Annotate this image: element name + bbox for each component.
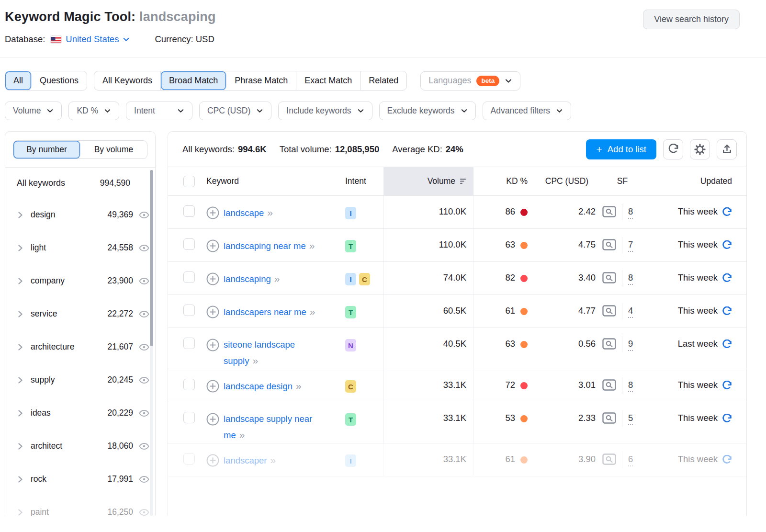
expand-keyword-icon[interactable]: » — [239, 429, 245, 440]
eye-icon[interactable] — [139, 376, 149, 384]
expand-keyword-icon[interactable]: » — [270, 454, 276, 465]
row-checkbox[interactable] — [183, 453, 195, 464]
sf-value[interactable]: 8 — [628, 272, 633, 285]
serp-icon[interactable] — [602, 453, 616, 465]
keyword-group-item[interactable]: company 23,900 — [5, 264, 155, 297]
add-keyword-icon[interactable] — [206, 454, 219, 467]
column-header-cpc[interactable]: CPC (USD) — [533, 167, 600, 195]
eye-icon[interactable] — [139, 310, 149, 318]
keyword-link[interactable]: siteone landscape supply — [224, 340, 295, 366]
add-to-list-button[interactable]: +Add to list — [586, 139, 656, 159]
keyword-group-item[interactable]: supply 20,245 — [5, 363, 155, 396]
row-checkbox[interactable] — [183, 412, 195, 423]
chevron-right-icon[interactable] — [18, 245, 23, 251]
keyword-link[interactable]: landscaping — [224, 274, 271, 284]
refresh-button[interactable] — [663, 139, 683, 159]
sf-value[interactable]: 4 — [628, 305, 633, 318]
database-selector[interactable]: United States — [66, 34, 130, 45]
add-keyword-icon[interactable] — [206, 339, 219, 351]
sort-by-number-button[interactable]: By number — [13, 141, 80, 158]
add-keyword-icon[interactable] — [206, 413, 219, 426]
row-checkbox[interactable] — [183, 305, 195, 316]
column-header-updated[interactable]: Updated — [644, 167, 746, 195]
keyword-link[interactable]: landscape — [224, 208, 264, 218]
sf-value[interactable]: 7 — [628, 239, 633, 252]
refresh-icon[interactable] — [722, 381, 732, 391]
sf-value[interactable]: 5 — [628, 412, 633, 425]
eye-icon[interactable] — [139, 211, 149, 219]
eye-icon[interactable] — [139, 244, 149, 252]
scrollbar-thumb[interactable] — [150, 170, 153, 346]
serp-icon[interactable] — [602, 272, 616, 283]
chevron-right-icon[interactable] — [18, 212, 23, 218]
eye-icon[interactable] — [139, 409, 149, 417]
refresh-icon[interactable] — [722, 340, 732, 350]
chevron-right-icon[interactable] — [18, 443, 23, 450]
add-keyword-icon[interactable] — [206, 306, 219, 318]
sort-by-volume-button[interactable]: By volume — [80, 141, 147, 158]
row-checkbox[interactable] — [183, 238, 195, 250]
add-keyword-icon[interactable] — [206, 272, 219, 285]
keyword-link[interactable]: landscaper — [224, 455, 267, 465]
add-keyword-icon[interactable] — [206, 380, 219, 393]
filter-exclude-keywords[interactable]: Exclude keywords — [379, 102, 476, 120]
row-checkbox[interactable] — [183, 205, 195, 217]
sf-value[interactable]: 9 — [628, 338, 633, 351]
tab-related[interactable]: Related — [360, 71, 406, 90]
keyword-group-item[interactable]: ideas 20,229 — [5, 396, 155, 430]
column-header-intent[interactable]: Intent — [345, 167, 383, 195]
expand-keyword-icon[interactable]: » — [296, 380, 301, 391]
chevron-right-icon[interactable] — [18, 278, 23, 284]
refresh-icon[interactable] — [722, 240, 732, 250]
all-keywords-row[interactable]: All keywords 994,590 — [5, 168, 155, 198]
serp-icon[interactable] — [602, 206, 616, 217]
eye-icon[interactable] — [139, 509, 149, 516]
serp-icon[interactable] — [602, 239, 616, 250]
filter-cpc[interactable]: CPC (USD) — [199, 102, 271, 120]
select-all-checkbox[interactable] — [183, 176, 195, 187]
tab-questions[interactable]: Questions — [32, 71, 87, 90]
chevron-right-icon[interactable] — [18, 509, 23, 516]
sf-value[interactable]: 8 — [628, 379, 633, 392]
serp-icon[interactable] — [602, 338, 616, 350]
tab-exact-match[interactable]: Exact Match — [296, 71, 360, 90]
sf-value[interactable]: 6 — [628, 453, 633, 466]
filter-intent[interactable]: Intent — [126, 102, 192, 120]
expand-keyword-icon[interactable]: » — [274, 273, 280, 284]
row-checkbox[interactable] — [183, 338, 195, 349]
view-search-history-button[interactable]: View search history — [643, 10, 740, 29]
eye-icon[interactable] — [139, 442, 149, 450]
keyword-group-item[interactable]: architect 18,060 — [5, 430, 155, 463]
sf-value[interactable]: 8 — [628, 206, 633, 219]
filter-volume[interactable]: Volume — [5, 102, 62, 120]
refresh-icon[interactable] — [722, 455, 732, 465]
chevron-right-icon[interactable] — [18, 410, 23, 417]
add-keyword-icon[interactable] — [206, 239, 219, 252]
keyword-group-item[interactable]: architecture 21,607 — [5, 330, 155, 363]
refresh-icon[interactable] — [722, 306, 732, 317]
eye-icon[interactable] — [139, 475, 149, 483]
chevron-right-icon[interactable] — [18, 377, 23, 384]
refresh-icon[interactable] — [722, 414, 732, 424]
export-button[interactable] — [717, 139, 737, 159]
keyword-group-item[interactable]: light 24,558 — [5, 231, 155, 264]
tab-all[interactable]: All — [5, 71, 32, 90]
chevron-right-icon[interactable] — [18, 476, 23, 483]
column-header-volume[interactable]: Volume — [383, 167, 473, 195]
expand-keyword-icon[interactable]: » — [252, 355, 258, 366]
serp-icon[interactable] — [602, 305, 616, 317]
keyword-link[interactable]: landscape supply near me — [224, 414, 312, 440]
column-header-keyword[interactable]: Keyword — [206, 167, 345, 195]
sidebar-scrollbar[interactable] — [150, 170, 153, 516]
keyword-link[interactable]: landscape design — [224, 381, 293, 391]
keyword-group-item[interactable]: service 22,272 — [5, 297, 155, 330]
keyword-group-item[interactable]: rock 17,991 — [5, 463, 155, 496]
tab-broad-match[interactable]: Broad Match — [161, 71, 226, 90]
keyword-link[interactable]: landscaping near me — [224, 241, 306, 251]
row-checkbox[interactable] — [183, 272, 195, 283]
tab-all-keywords[interactable]: All Keywords — [94, 71, 161, 90]
tab-phrase-match[interactable]: Phrase Match — [226, 71, 296, 90]
eye-icon[interactable] — [139, 343, 149, 351]
keyword-link[interactable]: landscapers near me — [224, 307, 306, 317]
expand-keyword-icon[interactable]: » — [267, 207, 272, 218]
